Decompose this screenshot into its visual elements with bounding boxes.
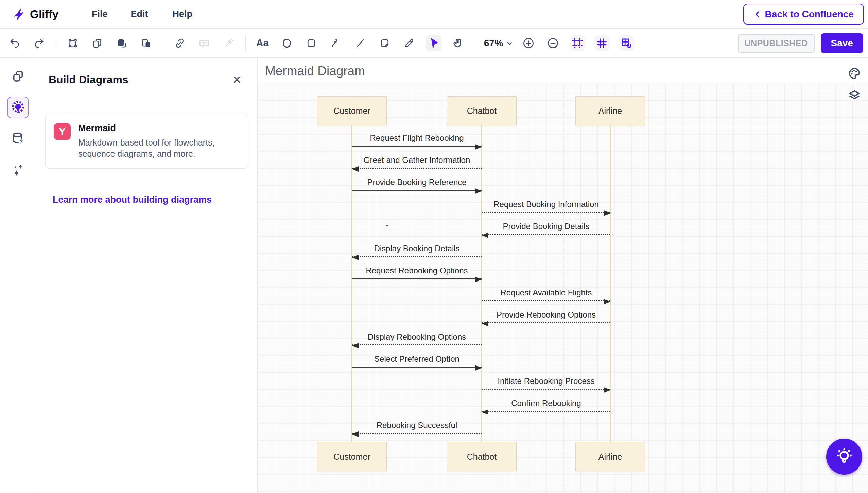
comment-button[interactable] xyxy=(196,35,212,51)
message-line xyxy=(482,322,610,323)
tips-fab-button[interactable] xyxy=(826,439,862,475)
mermaid-logo: Y xyxy=(54,123,71,140)
show-grid-button[interactable] xyxy=(594,35,610,51)
redo-button[interactable] xyxy=(31,35,47,51)
theme-palette-button[interactable] xyxy=(847,66,862,81)
pan-hand-tool-button[interactable] xyxy=(450,35,466,51)
actor-chatbot-top[interactable]: Chatbot xyxy=(447,96,517,125)
back-to-confluence-button[interactable]: Back to Confluence xyxy=(743,4,864,25)
bring-to-front-button[interactable] xyxy=(114,35,129,51)
chevron-down-icon xyxy=(506,39,513,47)
arrowhead-icon xyxy=(604,387,611,393)
message-line xyxy=(482,389,610,390)
message-label: Greet and Gather Information xyxy=(352,155,482,165)
gliffy-logo: Gliffy xyxy=(12,7,58,22)
arrowhead-icon xyxy=(352,166,359,172)
message[interactable]: Confirm Rebooking xyxy=(482,398,610,412)
sidebar-item-build-diagrams[interactable] xyxy=(7,97,29,118)
lightbulb-icon xyxy=(834,447,854,466)
diagram-title[interactable]: Mermaid Diagram xyxy=(265,64,365,78)
message-label: Select Preferred Option xyxy=(352,354,482,364)
arrowhead-icon xyxy=(475,365,482,371)
message[interactable]: Initiate Rebooking Process xyxy=(482,376,610,390)
link-button[interactable] xyxy=(172,35,188,51)
message-line xyxy=(352,433,482,434)
shape-note-tool-button[interactable] xyxy=(377,35,393,51)
message-label: Request Flight Rebooking xyxy=(352,133,482,143)
arrowhead-icon xyxy=(482,233,488,238)
mermaid-card[interactable]: Y Mermaid Markdown-based tool for flowch… xyxy=(45,114,248,169)
zoom-in-button[interactable] xyxy=(521,35,536,51)
lifeline-chatbot xyxy=(481,125,482,442)
message[interactable]: Select Preferred Option xyxy=(352,354,482,368)
ellipse-tool-button[interactable] xyxy=(279,35,295,51)
menu-file[interactable]: File xyxy=(92,9,108,19)
message-line xyxy=(352,146,482,147)
message[interactable]: Request Booking Information xyxy=(482,199,610,213)
sidebar-item-data-import[interactable] xyxy=(7,128,29,150)
message-line xyxy=(482,300,610,301)
shapes-icon xyxy=(11,69,25,83)
message[interactable]: Display Booking Details xyxy=(352,243,482,257)
sidebar-item-shapes[interactable] xyxy=(7,65,29,87)
zoom-level-dropdown[interactable]: 67% xyxy=(484,38,513,49)
send-to-back-button[interactable] xyxy=(138,35,154,51)
actor-airline-top[interactable]: Airline xyxy=(575,96,645,125)
message[interactable]: Request Available Flights xyxy=(482,288,610,301)
arrowhead-icon xyxy=(604,210,611,216)
connector-tool-button[interactable] xyxy=(328,35,344,51)
message-line xyxy=(352,278,482,279)
text-tool-button[interactable]: Aa xyxy=(255,35,270,51)
message-line xyxy=(352,256,482,257)
save-button[interactable]: Save xyxy=(821,33,863,53)
gliffy-editor: Gliffy File Edit Help Back to Confluence xyxy=(0,0,868,493)
message-label: Provide Booking Reference xyxy=(352,177,482,187)
arrowhead-icon xyxy=(475,277,482,282)
pointer-tool-button[interactable] xyxy=(426,35,441,51)
message[interactable]: Display Rebooking Options xyxy=(352,332,482,345)
message-label: Request Booking Information xyxy=(482,200,610,209)
actor-chatbot-bottom[interactable]: Chatbot xyxy=(447,442,517,471)
rectangle-tool-button[interactable] xyxy=(303,35,319,51)
actor-customer-top[interactable]: Customer xyxy=(317,96,387,125)
layers-button[interactable] xyxy=(847,88,862,103)
toolbar-divider xyxy=(163,35,163,51)
panel-close-button[interactable] xyxy=(230,73,244,86)
message[interactable]: Rebooking Successful xyxy=(352,420,482,434)
select-frame-button[interactable] xyxy=(65,35,81,51)
toolbar-divider xyxy=(245,35,246,51)
snap-lines-button[interactable] xyxy=(570,35,585,51)
message[interactable]: Request Rebooking Options xyxy=(352,266,482,279)
actor-customer-bottom[interactable]: Customer xyxy=(317,442,387,471)
message[interactable]: Provide Booking Details xyxy=(482,221,610,235)
lifeline-customer xyxy=(351,125,352,442)
chevron-left-icon xyxy=(753,10,762,18)
palette-icon xyxy=(848,67,861,80)
arrowhead-icon xyxy=(482,409,488,415)
menu-edit[interactable]: Edit xyxy=(131,9,148,19)
zoom-out-button[interactable] xyxy=(545,35,561,51)
undo-button[interactable] xyxy=(7,35,22,51)
lifeline-airline xyxy=(610,125,611,442)
message[interactable]: Provide Rebooking Options xyxy=(482,310,610,323)
message[interactable]: Provide Booking Reference xyxy=(352,177,482,191)
sidebar-item-ai[interactable] xyxy=(7,159,29,181)
message[interactable]: Greet and Gather Information xyxy=(352,155,482,169)
line-tool-button[interactable] xyxy=(352,35,368,51)
arrowhead-icon xyxy=(352,431,359,437)
eyedropper-button[interactable] xyxy=(221,35,237,51)
snap-to-grid-button[interactable] xyxy=(619,35,634,51)
pencil-tool-button[interactable] xyxy=(401,35,417,51)
back-button-label: Back to Confluence xyxy=(765,9,854,20)
duplicate-button[interactable] xyxy=(89,35,105,51)
actor-airline-bottom[interactable]: Airline xyxy=(575,442,645,471)
menu-help[interactable]: Help xyxy=(172,9,192,19)
gliffy-logo-icon xyxy=(12,7,27,22)
message-label: Request Rebooking Options xyxy=(352,266,482,275)
message[interactable]: Request Flight Rebooking xyxy=(352,133,482,147)
message-line xyxy=(482,234,610,235)
build-diagrams-panel: Build Diagrams Y Mermaid Markdown-based … xyxy=(36,58,258,493)
diagram-canvas[interactable]: Mermaid Diagram Customer Chatbot Airline… xyxy=(258,58,868,493)
message-line xyxy=(352,168,482,169)
learn-more-link[interactable]: Learn more about building diagrams xyxy=(53,194,212,205)
